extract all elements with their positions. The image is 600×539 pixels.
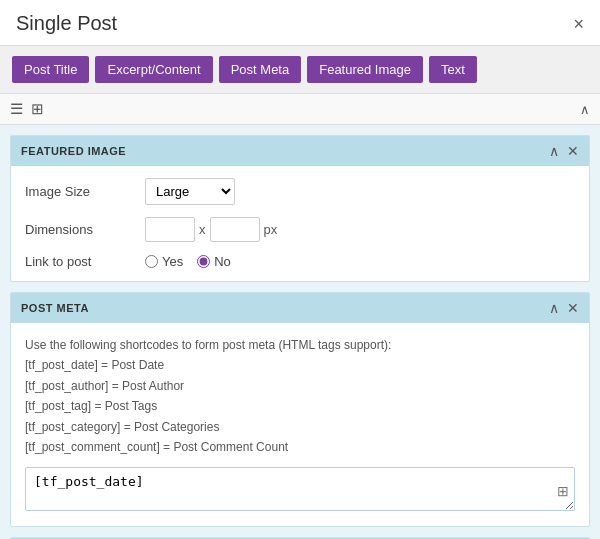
tab-post-meta[interactable]: Post Meta [219,56,302,83]
meta-shortcode-1: [tf_post_author] = Post Author [25,379,184,393]
featured-image-header-left: FEATURED IMAGE [21,145,126,157]
featured-link-label: Link to post [25,254,145,269]
textarea-expand-icon[interactable]: ⊞ [557,483,569,499]
post-meta-panel-body: Use the following shortcodes to form pos… [11,323,589,526]
featured-link-no-radio[interactable] [197,255,210,268]
featured-image-close-button[interactable]: ✕ [567,143,579,159]
image-size-select[interactable]: Large Medium Small Full [145,178,235,205]
featured-link-yes-radio[interactable] [145,255,158,268]
featured-image-header-right: ∧ ✕ [549,143,579,159]
columns-icon[interactable]: ⊞ [31,100,44,118]
tab-post-title[interactable]: Post Title [12,56,89,83]
main-content: FEATURED IMAGE ∧ ✕ Image Size Large Medi… [0,125,600,539]
featured-image-collapse-button[interactable]: ∧ [549,143,559,159]
featured-link-radio-group: Yes No [145,254,575,269]
post-meta-info: Use the following shortcodes to form pos… [25,335,575,457]
post-meta-panel-header: POST META ∧ ✕ [11,293,589,323]
post-meta-header-left: POST META [21,302,89,314]
dialog-header: Single Post × [0,0,600,46]
post-meta-panel: POST META ∧ ✕ Use the following shortcod… [10,292,590,527]
tab-text[interactable]: Text [429,56,477,83]
featured-image-title: FEATURED IMAGE [21,145,126,157]
meta-shortcode-3: [tf_post_category] = Post Categories [25,420,219,434]
toolbar-collapse-icon[interactable]: ∧ [580,102,590,117]
featured-link-yes-label[interactable]: Yes [145,254,183,269]
meta-shortcode-0: [tf_post_date] = Post Date [25,358,164,372]
link-to-post-row: Link to post Yes No [25,254,575,269]
featured-link-no-label[interactable]: No [197,254,231,269]
image-size-control: Large Medium Small Full [145,178,575,205]
dim-row: x px [145,217,575,242]
meta-textarea-wrap: [tf_post_date] ⊞ [25,467,575,514]
dim-width-input[interactable] [145,217,195,242]
post-meta-header-right: ∧ ✕ [549,300,579,316]
featured-link-yes-text: Yes [162,254,183,269]
featured-link-no-text: No [214,254,231,269]
post-meta-collapse-button[interactable]: ∧ [549,300,559,316]
dim-unit: px [264,222,278,237]
dialog-close-button[interactable]: × [573,15,584,33]
toolbar-left: ☰ ⊞ [10,100,44,118]
meta-info-line1: Use the following shortcodes to form pos… [25,338,391,352]
featured-image-panel-header: FEATURED IMAGE ∧ ✕ [11,136,589,166]
dim-separator: x [199,222,206,237]
tab-bar: Post Title Excerpt/Content Post Meta Fea… [0,46,600,94]
featured-image-panel-body: Image Size Large Medium Small Full Dimen… [11,166,589,281]
dimensions-label: Dimensions [25,222,145,237]
tab-excerpt-content[interactable]: Excerpt/Content [95,56,212,83]
post-meta-title: POST META [21,302,89,314]
post-meta-close-button[interactable]: ✕ [567,300,579,316]
dimensions-row: Dimensions x px [25,217,575,242]
meta-shortcode-4: [tf_post_comment_count] = Post Comment C… [25,440,288,454]
tab-featured-image[interactable]: Featured Image [307,56,423,83]
meta-textarea[interactable]: [tf_post_date] [25,467,575,511]
hamburger-icon[interactable]: ☰ [10,100,23,118]
dialog-title: Single Post [16,12,117,35]
image-size-row: Image Size Large Medium Small Full [25,178,575,205]
image-size-label: Image Size [25,184,145,199]
featured-link-control: Yes No [145,254,575,269]
featured-image-panel: FEATURED IMAGE ∧ ✕ Image Size Large Medi… [10,135,590,282]
dim-height-input[interactable] [210,217,260,242]
toolbar-row: ☰ ⊞ ∧ [0,94,600,125]
dimensions-control: x px [145,217,575,242]
meta-shortcode-2: [tf_post_tag] = Post Tags [25,399,157,413]
